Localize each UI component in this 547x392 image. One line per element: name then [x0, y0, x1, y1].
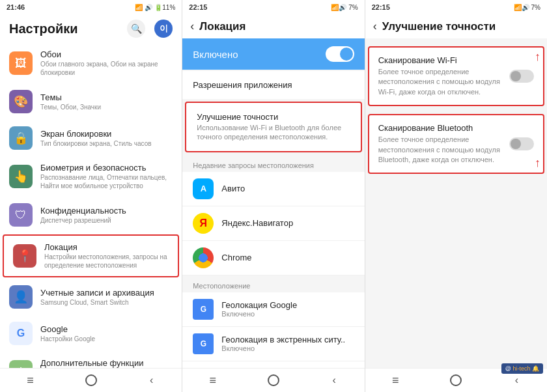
status-bar-3: 22:15 📶🔊 7%: [365, 0, 547, 14]
back-arrow-3[interactable]: ‹: [373, 20, 377, 33]
accuracy-item[interactable]: Улучшение точности Использование Wi-Fi и…: [185, 102, 361, 152]
app-item-emergency[interactable]: G Геолокация в экстренных ситу.. Включен…: [182, 327, 364, 361]
location-toggle-row[interactable]: Включено: [182, 38, 364, 70]
bt-scan-toggle[interactable]: [509, 137, 534, 150]
accounts-sub: Samsung Cloud, Smart Switch: [40, 298, 173, 307]
profile-avatar[interactable]: 이: [154, 20, 173, 38]
yandex-icon: Я: [193, 213, 214, 234]
google-title: Google: [40, 324, 173, 334]
yandex-label: Яндекс.Навигатор: [221, 218, 293, 228]
battery-1: 🔋11%: [154, 4, 175, 11]
bt-scan-item[interactable]: Сканирование Bluetooth Более точное опре…: [368, 114, 544, 174]
panel-accuracy: 22:15 📶🔊 7% ‹ Улучшение точности Сканиро…: [365, 0, 547, 392]
wallpaper-icon: 🖼: [9, 51, 33, 75]
chrome-label: Chrome: [221, 253, 251, 262]
lockscreen-title: Экран блокировки: [40, 129, 173, 139]
app-item-yandex[interactable]: Я Яндекс.Навигатор: [182, 206, 364, 241]
bottom-nav-2: ≡ ‹: [182, 368, 364, 392]
battery-3: 7%: [531, 4, 540, 11]
privacy-title: Конфиденциальность: [40, 206, 173, 216]
emergency-sub: Включено: [221, 344, 345, 352]
geolocation-label: Геолокация Google: [221, 300, 297, 310]
time-1: 21:46: [7, 3, 25, 11]
permissions-item[interactable]: Разрешения приложения: [182, 71, 364, 99]
accuracy-header: ‹ Улучшение точности: [365, 14, 547, 38]
nav-back-button-2[interactable]: ‹: [324, 374, 344, 387]
location-sub: Настройки местоположения, запросы на опр…: [44, 253, 169, 270]
privacy-icon: 🛡: [9, 203, 33, 227]
settings-item-privacy[interactable]: 🛡 Конфиденциальность Диспетчер разрешени…: [0, 197, 182, 233]
privacy-sub: Диспетчер разрешений: [40, 216, 173, 225]
settings-item-lockscreen[interactable]: 🔒 Экран блокировки Тип блокировки экрана…: [0, 120, 182, 156]
location-title: Локация: [44, 242, 169, 252]
lockscreen-text: Экран блокировки Тип блокировки экрана, …: [40, 129, 173, 148]
accuracy-sub: Использование Wi-Fi и Bluetooth для боле…: [197, 123, 350, 142]
wifi-scan-item[interactable]: Сканирование Wi-Fi Более точное определе…: [368, 46, 544, 106]
signal-icon-3: 📶🔊: [514, 4, 529, 11]
search-button[interactable]: 🔍: [127, 20, 145, 38]
lockscreen-sub: Тип блокировки экрана, Стиль часов: [40, 139, 173, 148]
biometric-title: Биометрия и безопасность: [40, 163, 173, 173]
chrome-icon: [193, 247, 214, 268]
wifi-icon: 🔊: [145, 4, 152, 11]
nav-back-button[interactable]: ‹: [142, 374, 161, 387]
bottom-nav-1: ≡ ‹: [0, 368, 182, 392]
avito-icon: А: [193, 178, 214, 199]
settings-item-extra[interactable]: ⚙ Дополнительные функции Движения и жест…: [0, 352, 182, 368]
location-header: ‹ Локация: [182, 14, 364, 38]
status-icons-3: 📶🔊 7%: [514, 4, 540, 11]
app-item-avito[interactable]: А Авито: [182, 172, 364, 206]
bt-scan-title: Сканирование Bluetooth: [378, 123, 504, 133]
location-text: Локация Настройки местоположения, запрос…: [44, 242, 169, 270]
themes-title: Темы: [40, 92, 173, 102]
settings-item-wallpaper[interactable]: 🖼 Обои Обои главного экрана, Обои на экр…: [0, 43, 182, 83]
panel-settings: 21:46 📶 🔊 🔋11% Настройки 🔍 이 🖼 Обои Обои…: [0, 0, 182, 392]
status-bar-1: 21:46 📶 🔊 🔋11%: [0, 0, 182, 14]
nav-home-button[interactable]: [81, 374, 101, 387]
lock-icon: 🔒: [9, 126, 33, 150]
wifi-scan-toggle[interactable]: [509, 70, 534, 83]
recent-section-label: Недавние запросы местоположения: [182, 155, 364, 172]
toggle-label: Включено: [193, 49, 238, 60]
extra-icon: ⚙: [9, 360, 33, 368]
accounts-title: Учетные записи и архивация: [40, 288, 173, 298]
app-item-geolocation[interactable]: G Геолокация Google Включено: [182, 292, 364, 327]
header-icons: 🔍 이: [127, 20, 173, 38]
nav-back-button-3[interactable]: ‹: [507, 374, 526, 387]
settings-item-location[interactable]: 📍 Локация Настройки местоположения, запр…: [3, 234, 179, 277]
settings-item-themes[interactable]: 🎨 Темы Темы, Обои, Значки: [0, 83, 182, 120]
bt-scan-sub: Более точное определение местоположения …: [378, 135, 504, 165]
geolocation-icon: G: [193, 299, 214, 320]
settings-item-accounts[interactable]: 👤 Учетные записи и архивация Samsung Clo…: [0, 279, 182, 315]
emergency-label: Геолокация в экстренных ситу..: [221, 335, 345, 344]
location-section-label: Местоположение: [182, 275, 364, 292]
status-bar-2: 22:15 📶🔊 7%: [182, 0, 364, 14]
settings-item-google[interactable]: G Google Настройки Google: [0, 315, 182, 352]
google-text: Google Настройки Google: [40, 324, 173, 343]
privacy-text: Конфиденциальность Диспетчер разрешений: [40, 206, 173, 225]
wifi-scan-title: Сканирование Wi-Fi: [378, 55, 504, 65]
settings-item-biometric[interactable]: 👆 Биометрия и безопасность Распознавание…: [0, 156, 182, 197]
accounts-icon: 👤: [9, 285, 33, 309]
location-toggle[interactable]: [326, 46, 354, 62]
avito-label: Авито: [221, 184, 245, 193]
back-arrow-2[interactable]: ‹: [190, 20, 194, 33]
signal-icon: 📶: [135, 4, 143, 11]
app-item-history[interactable]: G История местоположений: [182, 361, 364, 368]
battery-2: 7%: [348, 4, 358, 11]
accuracy-content: Сканирование Wi-Fi Более точное определе…: [365, 38, 547, 368]
google-sub: Настройки Google: [40, 335, 173, 343]
accuracy-header-title: Улучшение точности: [382, 20, 496, 33]
biometric-icon: 👆: [9, 165, 33, 188]
google-icon: G: [9, 322, 33, 345]
nav-menu-button-3[interactable]: ≡: [386, 374, 405, 387]
biometric-text: Биометрия и безопасность Распознавание л…: [40, 163, 173, 190]
app-item-chrome[interactable]: Chrome: [182, 241, 364, 275]
nav-menu-button[interactable]: ≡: [21, 374, 40, 387]
nav-home-button-2[interactable]: [264, 374, 283, 387]
wallpaper-sub: Обои главного экрана, Обои на экране бло…: [40, 60, 173, 77]
wallpaper-title: Обои: [40, 49, 173, 59]
nav-home-button-3[interactable]: [446, 374, 466, 387]
biometric-sub: Распознавание лица, Отпечатки пальцев, Н…: [40, 173, 173, 190]
nav-menu-button-2[interactable]: ≡: [203, 374, 223, 387]
